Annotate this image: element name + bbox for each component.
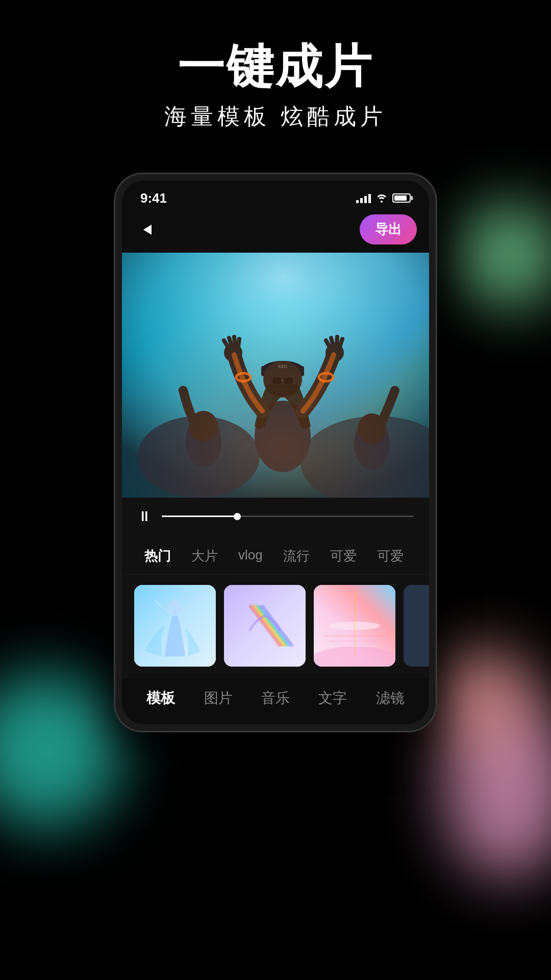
template-thumb-2[interactable] <box>224 585 306 667</box>
bottom-nav: 模板图片音乐文字滤镜 <box>122 677 429 724</box>
bg-blob-green <box>459 204 551 306</box>
progress-thumb <box>234 513 241 520</box>
top-section: 一键成片 海量模板 炫酷成片 <box>0 41 551 132</box>
pause-button[interactable]: ⏸ <box>137 508 152 525</box>
concert-scene: KRIS <box>122 253 429 498</box>
thumb-1-inner <box>134 585 216 667</box>
sub-title: 海量模板 炫酷成片 <box>0 102 551 132</box>
phone-shell: 9:41 <box>115 174 436 731</box>
back-chevron-icon <box>143 225 152 235</box>
bg-blob-peach <box>434 648 536 750</box>
signal-bar-4 <box>368 194 371 203</box>
status-icons <box>356 193 411 203</box>
template-thumb-4[interactable] <box>404 585 429 667</box>
nav-item-2[interactable]: 音乐 <box>251 687 300 710</box>
category-tab-3[interactable]: 流行 <box>273 543 320 569</box>
thumb-2-inner <box>224 585 306 667</box>
signal-bar-3 <box>364 196 367 203</box>
signal-icon <box>356 193 371 203</box>
thumb-3-inner <box>314 585 395 667</box>
svg-rect-28 <box>122 253 429 498</box>
category-tab-0[interactable]: 热门 <box>134 543 181 569</box>
progress-track[interactable] <box>162 516 414 517</box>
category-tab-2[interactable]: vlog <box>228 543 273 569</box>
nav-item-1[interactable]: 图片 <box>194 687 243 710</box>
progress-fill <box>162 516 237 517</box>
status-bar: 9:41 <box>122 181 429 210</box>
status-time: 9:41 <box>140 190 167 206</box>
category-tabs: 热门大片vlog流行可爱可爱 <box>122 535 429 575</box>
video-background: KRIS <box>122 253 429 498</box>
top-bar: 导出 <box>122 210 429 253</box>
thumb-4-svg <box>404 585 429 667</box>
export-button[interactable]: 导出 <box>360 214 417 244</box>
nav-item-4[interactable]: 滤镜 <box>366 687 415 710</box>
phone-mockup: 9:41 <box>115 174 436 731</box>
main-title: 一键成片 <box>0 41 551 92</box>
back-button[interactable] <box>134 216 161 243</box>
template-thumb-1[interactable] <box>134 585 216 667</box>
wifi-icon <box>376 193 387 203</box>
battery-icon <box>392 193 411 203</box>
category-tab-1[interactable]: 大片 <box>181 543 228 569</box>
svg-rect-46 <box>404 585 429 667</box>
nav-item-3[interactable]: 文字 <box>308 687 357 710</box>
template-thumb-3[interactable] <box>314 585 395 667</box>
signal-bar-2 <box>360 198 363 203</box>
category-tab-5[interactable]: 可爱 <box>367 543 414 569</box>
phone-inner: 9:41 <box>122 181 429 724</box>
nav-item-0[interactable]: 模板 <box>136 687 185 710</box>
video-player[interactable]: KRIS <box>122 253 429 498</box>
battery-fill <box>394 195 407 201</box>
category-tab-4[interactable]: 可爱 <box>320 543 367 569</box>
thumb-4-inner <box>404 585 429 667</box>
thumb-1-svg <box>134 585 216 667</box>
templates-row <box>122 575 429 677</box>
signal-bar-1 <box>356 200 359 203</box>
playback-bar: ⏸ <box>122 498 429 535</box>
thumb-2-svg <box>224 585 306 667</box>
thumb-3-svg <box>314 585 395 667</box>
bg-blob-teal <box>0 674 122 827</box>
